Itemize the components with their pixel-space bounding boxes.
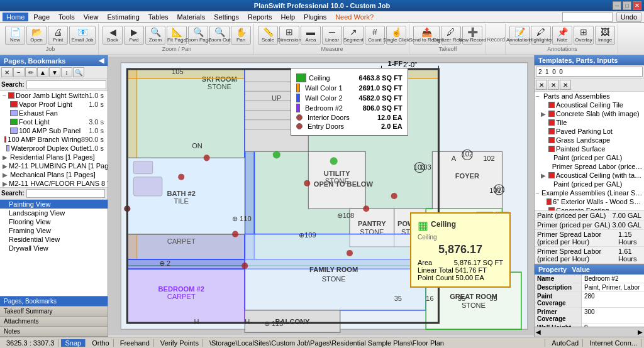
tree-item[interactable]: ▶M2-11 HVAC/FLOOR PLANS 8 T-24: [0, 179, 108, 187]
status-verify[interactable]: Verify Points: [157, 339, 203, 347]
tree-item[interactable]: 100 AMP Branch Wiring890.0 s: [0, 135, 108, 144]
menu-settings[interactable]: Settings: [210, 13, 243, 21]
scroll-left-icon[interactable]: ◀: [536, 329, 541, 335]
minimize-button[interactable]: ─: [613, 1, 621, 10]
sidebar-add-btn[interactable]: ✕: [1, 67, 13, 77]
tree-item[interactable]: 100 AMP Sub Panel1.0 s: [0, 126, 108, 135]
sidebar-search-input[interactable]: [26, 80, 106, 89]
tree-item[interactable]: Waterproof Duplex Outlet1.0 s: [0, 144, 108, 153]
menu-estimating[interactable]: Estimating: [103, 13, 143, 21]
tree-item[interactable]: Foot Light3.0 s: [0, 117, 108, 126]
view-item[interactable]: Drywall View: [0, 244, 108, 253]
view-item[interactable]: Painting View: [0, 200, 108, 209]
view-item[interactable]: Framing View: [0, 226, 108, 235]
undo-button[interactable]: Undo: [616, 12, 641, 22]
view-item[interactable]: Residential View: [0, 235, 108, 244]
sidebar-collapse-icon[interactable]: ◀: [99, 57, 104, 65]
segment-button[interactable]: ↗Segment: [343, 26, 364, 45]
right-tree-item[interactable]: Primer Spread Labor (priced per Hour): [535, 162, 644, 171]
menu-reports[interactable]: Reports: [244, 13, 276, 21]
forward-button[interactable]: ▶Fwd: [124, 26, 144, 45]
right-tree-item[interactable]: Paint (priced per GAL): [535, 180, 644, 188]
area-button[interactable]: ▬Area: [301, 26, 321, 45]
highlighter-button[interactable]: 🖍Highlighter: [531, 26, 551, 45]
right-tree-item[interactable]: −Parts and Assemblies: [535, 92, 644, 101]
menu-tools[interactable]: Tools: [55, 13, 79, 21]
zoom-out-button[interactable]: 🔍Zoom Out: [209, 26, 230, 45]
item-color-swatch: [10, 119, 18, 125]
bottom-search-input[interactable]: [26, 189, 105, 198]
tree-item[interactable]: Vapor Proof Light1.0 s: [0, 100, 108, 109]
right-tb-btn-1[interactable]: ✕: [536, 80, 547, 90]
overlay-button[interactable]: ⊞Overlay: [574, 26, 594, 45]
menu-home[interactable]: Home: [3, 13, 28, 21]
menu-tables[interactable]: Tables: [145, 13, 172, 21]
tree-item[interactable]: ▶M2-11 PLUMBING PLAN [1 Pages]: [0, 161, 108, 170]
maximize-button[interactable]: □: [623, 1, 631, 10]
sidebar-sort-btn[interactable]: ↕: [61, 67, 72, 77]
tab-takeoff-summary[interactable]: Takeoff Summary: [0, 307, 108, 317]
right-tree-item[interactable]: ▶Acoustical Ceiling (with tabs): [535, 171, 644, 180]
fit-page-button[interactable]: 📐Fit Page: [167, 26, 187, 45]
menu-plugins[interactable]: Plugins: [300, 13, 330, 21]
right-tb-btn-3[interactable]: ✕: [560, 80, 571, 90]
sidebar-remove-btn[interactable]: −: [13, 67, 25, 77]
pan-button[interactable]: ✋Pan: [231, 26, 251, 45]
single-click-button[interactable]: ☝Single Click: [386, 26, 406, 45]
status-freehand[interactable]: Freehand: [116, 339, 154, 347]
sidebar-down-btn[interactable]: ▼: [49, 67, 60, 77]
right-tree-item[interactable]: Painted Surface: [535, 144, 644, 153]
search-input[interactable]: [562, 12, 613, 22]
view-item[interactable]: Flooring View: [0, 217, 108, 226]
tree-item[interactable]: ▶Residential Plans [1 Pages]: [0, 153, 108, 161]
sidebar-edit-btn[interactable]: ✏: [25, 67, 36, 77]
zoom-button[interactable]: 🔍Zoom: [145, 26, 165, 45]
new-record-button[interactable]: ➕New Record: [462, 26, 482, 45]
tree-item[interactable]: Exhaust Fan: [0, 109, 108, 117]
tab-attachments[interactable]: Attachments: [0, 317, 108, 327]
view-item[interactable]: Landscaping View: [0, 209, 108, 217]
left-tree: −Door Jamb Light Switch1.0 s Vapor Proof…: [0, 91, 108, 187]
right-search-input[interactable]: [536, 67, 643, 77]
image-button[interactable]: 🖼Image: [595, 26, 615, 45]
count-button[interactable]: #Count: [365, 26, 385, 45]
dimension-button[interactable]: ⊞Dimension: [279, 26, 299, 45]
zoom-page-button[interactable]: 🔍Zoom Page: [188, 26, 208, 45]
right-tree-item[interactable]: 6" Exterior Walls - Wood Studs - Insulat…: [535, 197, 644, 206]
email-job-button[interactable]: 📧Email Job: [69, 26, 96, 45]
right-tb-btn-2[interactable]: ✕: [548, 80, 559, 90]
sidebar-up-btn[interactable]: ▲: [37, 67, 48, 77]
close-button[interactable]: ✕: [633, 1, 641, 10]
tab-pages-bookmarks[interactable]: Pages, Bookmarks: [0, 296, 108, 307]
menu-page[interactable]: Page: [30, 13, 53, 21]
right-tree-item[interactable]: ▶Concrete Slab (with image): [535, 109, 644, 118]
right-tree-item[interactable]: Paved Parking Lot: [535, 127, 644, 136]
right-tree-item[interactable]: −Example Assemblies (Linear Segment Take…: [535, 188, 644, 197]
menu-view[interactable]: View: [80, 13, 103, 21]
annotations-button[interactable]: 📝Annotations: [509, 26, 530, 45]
right-tree-item[interactable]: Concrete Footing: [535, 206, 644, 210]
tree-item[interactable]: −Door Jamb Light Switch1.0 s: [0, 91, 108, 100]
menu-help[interactable]: Help: [277, 13, 299, 21]
status-ortho[interactable]: Ortho: [88, 339, 114, 347]
sidebar-filter-btn[interactable]: 🔍: [73, 67, 84, 77]
print-button[interactable]: 🖨Print: [48, 26, 68, 45]
new-button[interactable]: 📄New: [5, 26, 25, 45]
back-button[interactable]: ◀Back: [103, 26, 123, 45]
canvas-area[interactable]: SKI ROOM STONE BEDROOM #2 CARPET: [108, 55, 534, 337]
right-tree-item[interactable]: Tile: [535, 118, 644, 127]
tab-notes[interactable]: Notes: [0, 327, 108, 337]
right-tree-item[interactable]: Grass Landscape: [535, 136, 644, 144]
scroll-right-icon[interactable]: ▶: [638, 329, 643, 335]
status-snap[interactable]: Snap: [61, 339, 86, 347]
menu-need-work[interactable]: Need Work?: [331, 13, 377, 21]
open-button[interactable]: 📂Open: [26, 26, 47, 45]
popup-subtitle: Ceiling: [418, 234, 503, 241]
tree-item[interactable]: ▶Mechanical Plans [1 Pages]: [0, 170, 108, 179]
right-tree-item[interactable]: Paint (priced per GAL): [535, 153, 644, 162]
scale-button[interactable]: 📏Scale: [258, 26, 278, 45]
menu-materials[interactable]: Materials: [174, 13, 209, 21]
note-button[interactable]: 📌Note: [552, 26, 572, 45]
right-tree-item[interactable]: Acoustical Ceiling Tile: [535, 101, 644, 109]
linear-button[interactable]: ─Linear: [322, 26, 342, 45]
